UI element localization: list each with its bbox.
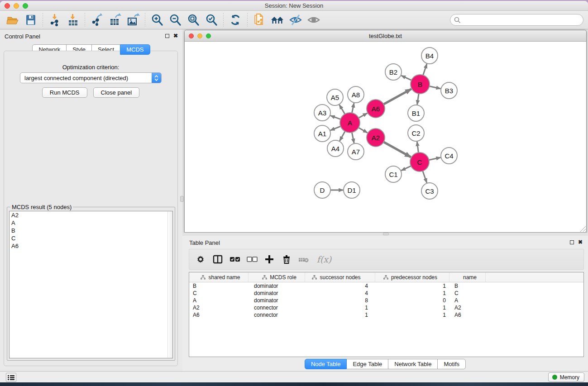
- graph-node-label: B4: [425, 52, 434, 60]
- close-panel-button[interactable]: Close panel: [93, 87, 140, 98]
- function-builder-button[interactable]: f(x): [313, 252, 335, 267]
- homes-icon[interactable]: [268, 12, 287, 28]
- graph-node-label: D1: [347, 186, 356, 194]
- result-item[interactable]: A6: [10, 242, 172, 250]
- run-mcds-button[interactable]: Run MCDS: [42, 87, 87, 98]
- hide-selected-eye-slash-icon[interactable]: [287, 12, 305, 28]
- open-file-icon[interactable]: [4, 12, 22, 28]
- function-fx-label: f(x): [317, 254, 332, 264]
- graph-node-label: A5: [331, 94, 339, 101]
- column-header-filler: [486, 272, 583, 282]
- table-row[interactable]: A6connector11A6: [189, 311, 583, 319]
- graph-node-C2[interactable]: C2: [408, 125, 424, 141]
- graph-node-B[interactable]: B: [411, 75, 430, 94]
- select-all-columns-icon[interactable]: [227, 252, 243, 267]
- refresh-icon[interactable]: [226, 12, 244, 28]
- mcds-result-groupbox: MCDS result (5 nodes) A2ABCA6: [7, 207, 175, 361]
- column-header-mcds-role[interactable]: MCDS role: [249, 272, 305, 282]
- graph-node-A8[interactable]: A8: [348, 86, 364, 103]
- export-table-icon[interactable]: [106, 12, 124, 28]
- graph-node-A7[interactable]: A7: [348, 143, 364, 160]
- table-row[interactable]: Adominator80A: [189, 297, 583, 304]
- graph-node-B1[interactable]: B1: [408, 105, 424, 121]
- graph-node-A5[interactable]: A5: [327, 89, 343, 105]
- split-divider-grip[interactable]: [180, 196, 184, 202]
- search-field[interactable]: [450, 14, 583, 26]
- zoom-out-icon[interactable]: [166, 12, 184, 28]
- column-type-icon: [201, 275, 206, 280]
- import-table-icon[interactable]: [64, 12, 82, 28]
- result-list-scrollbar[interactable]: [167, 211, 172, 358]
- graph-node-B3[interactable]: B3: [441, 82, 457, 99]
- graph-node-A2[interactable]: A2: [367, 129, 385, 147]
- graph-node-A6[interactable]: A6: [367, 100, 385, 118]
- tab-network-table[interactable]: Network Table: [388, 359, 438, 369]
- show-selected-eye-icon[interactable]: [305, 12, 323, 28]
- delete-table-icon[interactable]: [296, 252, 311, 267]
- graph-node-C1[interactable]: C1: [385, 166, 402, 182]
- search-input[interactable]: [463, 15, 583, 24]
- column-header-shared-name[interactable]: shared name: [189, 272, 249, 282]
- table-float-panel-icon[interactable]: [570, 240, 574, 244]
- table-cell: 1: [375, 290, 449, 296]
- export-network-icon[interactable]: [88, 12, 106, 28]
- save-session-icon[interactable]: [22, 12, 40, 28]
- criterion-dropdown[interactable]: largest connected component (directed): [20, 72, 162, 83]
- table-row[interactable]: A2connector11A2: [189, 304, 583, 311]
- table-row[interactable]: Cdominator41C: [189, 290, 583, 297]
- table-cell: 1: [375, 283, 449, 289]
- export-image-icon[interactable]: [124, 12, 142, 28]
- deselect-all-columns-icon[interactable]: [244, 252, 260, 267]
- close-panel-icon[interactable]: ✖: [173, 33, 178, 38]
- mcds-tab-content: Optimization criterion: largest connecte…: [4, 51, 178, 366]
- delete-column-trash-icon[interactable]: [279, 252, 294, 267]
- result-item[interactable]: A: [10, 219, 172, 227]
- graph-node-C3[interactable]: C3: [421, 183, 438, 199]
- optimization-criterion-label: Optimization criterion:: [4, 64, 177, 71]
- horizontal-divider-grip[interactable]: [383, 233, 389, 235]
- import-network-icon[interactable]: [46, 12, 64, 28]
- zoom-fit-icon[interactable]: [184, 12, 202, 28]
- float-panel-icon[interactable]: [165, 34, 169, 38]
- control-panel: Control Panel ✖ NetworkStyleSelectMCDS O…: [0, 29, 182, 371]
- column-header-predecessor-nodes[interactable]: predecessor nodes: [375, 272, 449, 282]
- table-close-panel-icon[interactable]: ✖: [578, 240, 583, 245]
- desktop-wallpaper: [0, 382, 588, 386]
- graph-node-B4[interactable]: B4: [421, 48, 438, 64]
- graph-node-C[interactable]: C: [410, 152, 429, 172]
- graph-node-B2[interactable]: B2: [385, 64, 402, 80]
- zoom-in-icon[interactable]: [148, 12, 166, 28]
- mcds-result-list[interactable]: A2ABCA6: [9, 211, 173, 358]
- tab-mcds[interactable]: MCDS: [120, 44, 150, 55]
- graph-node-label: A4: [331, 145, 339, 152]
- graph-node-D1[interactable]: D1: [344, 182, 360, 198]
- result-item[interactable]: A2: [10, 211, 172, 219]
- toolbar-separator: [145, 13, 145, 27]
- tab-node-table[interactable]: Node Table: [305, 359, 347, 369]
- memory-button[interactable]: Memory: [548, 372, 584, 382]
- new-network-from-selection-icon[interactable]: [250, 12, 268, 28]
- column-header-successor-nodes[interactable]: successor nodes: [305, 272, 375, 282]
- memory-button-label: Memory: [560, 374, 579, 381]
- column-type-icon: [383, 275, 388, 280]
- graph-node-A[interactable]: A: [340, 113, 360, 133]
- column-header-name[interactable]: name: [449, 272, 486, 282]
- tab-edge-table[interactable]: Edge Table: [346, 359, 388, 369]
- result-item[interactable]: B: [10, 227, 172, 234]
- criterion-value: largest connected component (directed): [20, 75, 152, 81]
- graph-node-A4[interactable]: A4: [327, 140, 344, 157]
- graph-node-A1[interactable]: A1: [314, 125, 330, 142]
- table-settings-gear-icon[interactable]: [193, 252, 208, 267]
- table-cell: dominator: [249, 290, 305, 296]
- network-canvas[interactable]: AA6A2BCA1A3A4A5A7A8B1B2B3B4C1C2C3C4DD1: [185, 42, 586, 232]
- task-history-list-icon[interactable]: [6, 373, 16, 382]
- graph-node-A3[interactable]: A3: [314, 105, 330, 121]
- tab-motifs[interactable]: Motifs: [437, 359, 466, 369]
- zoom-selected-icon[interactable]: [202, 12, 220, 28]
- show-column-panel-icon[interactable]: [210, 252, 225, 267]
- result-item[interactable]: C: [10, 234, 172, 242]
- graph-node-D[interactable]: D: [314, 182, 330, 198]
- create-column-plus-icon[interactable]: [262, 252, 277, 267]
- table-row[interactable]: Bdominator41B: [189, 282, 583, 290]
- graph-node-C4[interactable]: C4: [441, 148, 457, 164]
